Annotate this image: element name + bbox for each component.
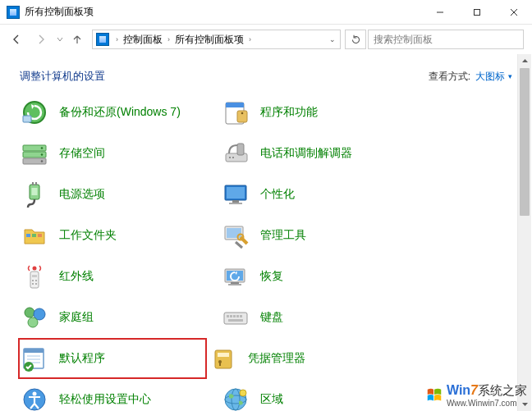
svg-rect-29: [32, 234, 36, 237]
svg-rect-26: [232, 200, 239, 203]
chevron-down-icon[interactable]: ▾: [508, 72, 512, 80]
item-region[interactable]: 区域: [219, 379, 420, 411]
control-panel-icon: [7, 6, 20, 19]
svg-rect-50: [230, 315, 232, 317]
item-power-options[interactable]: 电源选项: [18, 174, 219, 215]
svg-point-70: [240, 390, 246, 396]
scroll-track[interactable]: [518, 68, 531, 397]
item-work-folders[interactable]: 工作文件夹: [18, 215, 219, 256]
power-options-icon: [20, 180, 49, 209]
item-default-programs[interactable]: 默认程序: [18, 338, 207, 379]
view-by-label: 查看方式:: [429, 70, 470, 84]
maximize-button[interactable]: [458, 0, 495, 24]
item-homegroup[interactable]: 家庭组: [18, 297, 219, 338]
view-by-value[interactable]: 大图标: [475, 70, 505, 84]
item-programs-features[interactable]: 程序和功能: [219, 92, 420, 133]
svg-point-14: [41, 153, 44, 156]
address-dropdown[interactable]: ⌄: [325, 35, 340, 43]
svg-rect-21: [32, 182, 34, 185]
scroll-down-button[interactable]: [518, 397, 531, 411]
svg-rect-52: [236, 315, 239, 317]
phone-modem-icon: [221, 139, 250, 168]
svg-rect-30: [38, 234, 42, 237]
work-folders-icon: [20, 221, 49, 250]
svg-rect-22: [35, 182, 37, 185]
svg-point-38: [35, 280, 37, 281]
chevron-right-icon[interactable]: ›: [164, 35, 173, 43]
credential-manager-icon: [209, 344, 238, 373]
back-button[interactable]: [5, 28, 28, 51]
svg-point-15: [41, 160, 44, 162]
item-backup-restore[interactable]: 备份和还原(Windows 7): [18, 92, 219, 133]
item-admin-tools[interactable]: 管理工具: [219, 215, 420, 256]
svg-rect-53: [240, 315, 242, 317]
item-infrared[interactable]: 红外线: [18, 256, 219, 297]
titlebar: 所有控制面板项: [0, 0, 532, 25]
default-programs-icon: [20, 344, 49, 373]
item-personalization[interactable]: 个性化: [219, 174, 420, 215]
storage-spaces-icon: [20, 139, 49, 168]
svg-rect-43: [231, 282, 239, 284]
content-area: 调整计算机的设置 查看方式: 大图标 ▾ 备份和还原(Windows 7) 程序…: [0, 54, 532, 411]
item-recovery[interactable]: 恢复: [219, 256, 420, 297]
breadcrumb-segment[interactable]: 控制面板: [122, 33, 164, 47]
item-credential-manager[interactable]: 凭据管理器: [207, 338, 408, 379]
svg-rect-62: [218, 353, 229, 357]
window-title: 所有控制面板项: [25, 5, 421, 19]
svg-rect-1: [474, 9, 479, 15]
address-icon: [96, 33, 109, 46]
item-keyboard[interactable]: 键盘: [219, 297, 420, 338]
svg-point-13: [41, 147, 44, 149]
svg-point-35: [33, 267, 37, 271]
svg-rect-64: [219, 362, 221, 366]
up-button[interactable]: [67, 30, 87, 49]
svg-rect-54: [228, 319, 243, 322]
navbar: › 控制面板 › 所有控制面板项 › ⌄ 搜索控制面板: [0, 25, 532, 54]
scroll-up-button[interactable]: [518, 54, 531, 68]
heading-row: 调整计算机的设置 查看方式: 大图标 ▾: [0, 54, 532, 92]
item-ease-of-access[interactable]: 轻松使用设置中心: [18, 379, 219, 411]
minimize-button[interactable]: [421, 0, 458, 24]
svg-rect-51: [233, 315, 236, 317]
page-title: 调整计算机的设置: [20, 69, 105, 84]
forward-button[interactable]: [30, 28, 53, 51]
svg-point-47: [28, 317, 38, 327]
svg-rect-48: [224, 313, 247, 324]
refresh-button[interactable]: [345, 30, 366, 49]
region-icon: [221, 385, 250, 411]
svg-point-39: [32, 283, 34, 285]
chevron-right-icon[interactable]: ›: [112, 35, 122, 43]
svg-rect-34: [30, 272, 39, 288]
svg-point-19: [232, 157, 234, 158]
admin-tools-icon: [221, 221, 250, 250]
svg-rect-23: [32, 188, 38, 195]
keyboard-icon: [221, 303, 250, 332]
backup-restore-icon: [20, 98, 49, 127]
svg-rect-36: [32, 275, 37, 277]
svg-rect-25: [227, 187, 245, 199]
svg-point-18: [229, 157, 231, 158]
homegroup-icon: [20, 303, 49, 332]
svg-rect-44: [228, 284, 241, 285]
address-bar[interactable]: › 控制面板 › 所有控制面板项 › ⌄: [92, 30, 341, 49]
history-dropdown[interactable]: [54, 36, 66, 43]
items-grid: 备份和还原(Windows 7) 程序和功能 存储空间 电话和调制解调器 电源选…: [0, 92, 532, 411]
item-phone-modem[interactable]: 电话和调制解调器: [219, 133, 420, 174]
personalization-icon: [221, 180, 250, 209]
svg-rect-49: [227, 315, 229, 317]
svg-rect-27: [229, 203, 242, 204]
breadcrumb-segment[interactable]: 所有控制面板项: [173, 33, 245, 47]
item-storage-spaces[interactable]: 存储空间: [18, 133, 219, 174]
window-controls: [421, 0, 532, 24]
vertical-scrollbar[interactable]: [517, 54, 531, 411]
search-input[interactable]: 搜索控制面板: [368, 30, 524, 49]
svg-rect-28: [26, 234, 30, 237]
programs-features-icon: [221, 98, 250, 127]
close-button[interactable]: [495, 0, 532, 24]
chevron-right-icon[interactable]: ›: [245, 35, 255, 43]
search-placeholder: 搜索控制面板: [374, 33, 433, 47]
svg-rect-32: [227, 228, 241, 238]
svg-point-9: [241, 112, 244, 115]
scroll-thumb[interactable]: [520, 68, 530, 216]
svg-rect-7: [226, 103, 244, 107]
